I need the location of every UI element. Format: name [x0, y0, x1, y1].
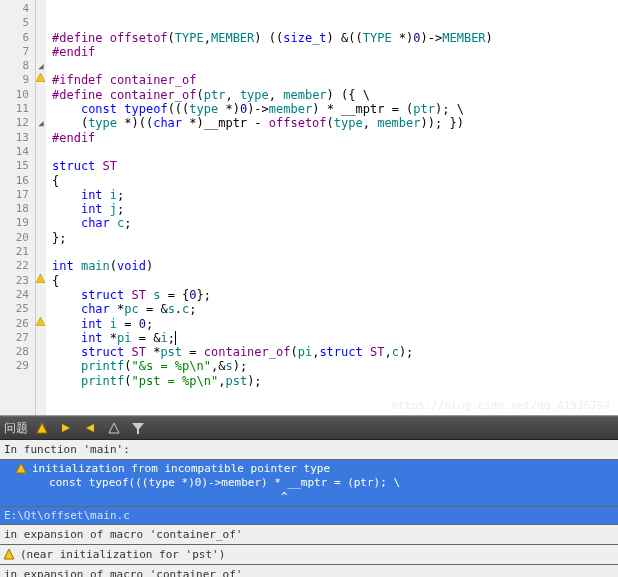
- code-line[interactable]: int i = 0;: [52, 317, 618, 331]
- blank-marker: [36, 188, 46, 202]
- blank-marker: [36, 302, 46, 316]
- code-line[interactable]: int i;: [52, 188, 618, 202]
- code-line[interactable]: #define offsetof(TYPE,MEMBER) ((size_t) …: [52, 31, 618, 45]
- line-number: 5: [0, 16, 29, 30]
- code-line[interactable]: {: [52, 274, 618, 288]
- line-number: 16: [0, 174, 29, 188]
- svg-marker-8: [16, 463, 26, 473]
- code-line[interactable]: char c;: [52, 216, 618, 230]
- blank-marker: [36, 245, 46, 259]
- line-number: 27: [0, 331, 29, 345]
- warning-marker-icon[interactable]: [36, 317, 46, 331]
- code-line[interactable]: printf("pst = %p\n",pst);: [52, 374, 618, 388]
- line-number-gutter: 4567891011121314151617181920212223242526…: [0, 0, 36, 415]
- code-line[interactable]: struct ST *pst = container_of(pi,struct …: [52, 345, 618, 359]
- line-number: 29: [0, 359, 29, 373]
- line-number: 18: [0, 202, 29, 216]
- code-line[interactable]: };: [52, 231, 618, 245]
- code-line[interactable]: int *pi = &i;: [52, 331, 618, 345]
- blank-marker: [36, 88, 46, 102]
- blank-marker: [36, 45, 46, 59]
- code-line[interactable]: #ifndef container_of: [52, 73, 618, 87]
- code-line[interactable]: (type *)((char *)__mptr - offsetof(type,…: [52, 116, 618, 130]
- code-line[interactable]: struct ST: [52, 159, 618, 173]
- problems-list[interactable]: In function 'main':initialization from i…: [0, 440, 618, 577]
- line-number: 21: [0, 245, 29, 259]
- code-line[interactable]: const typeof(((type *)0)->member) * __mp…: [52, 102, 618, 116]
- problem-message[interactable]: (near initialization for 'pst'): [0, 545, 618, 565]
- blank-marker: [36, 174, 46, 188]
- blank-marker: [36, 259, 46, 273]
- code-line[interactable]: char *pc = &s.c;: [52, 302, 618, 316]
- svg-marker-1: [36, 274, 45, 283]
- build-icon[interactable]: [34, 420, 50, 436]
- blank-marker: [36, 331, 46, 345]
- line-number: 14: [0, 145, 29, 159]
- blank-marker: [36, 159, 46, 173]
- problems-tab-label[interactable]: 问题: [4, 420, 30, 437]
- problems-panel: 问题 In function 'main':initialization fro…: [0, 416, 618, 577]
- code-editor[interactable]: 4567891011121314151617181920212223242526…: [0, 0, 618, 416]
- code-line[interactable]: #endif: [52, 45, 618, 59]
- problem-message[interactable]: In function 'main':: [0, 440, 618, 460]
- problem-message[interactable]: in expansion of macro 'container_of': [0, 525, 618, 545]
- blank-marker: [36, 345, 46, 359]
- code-content[interactable]: #define offsetof(TYPE,MEMBER) ((size_t) …: [46, 0, 618, 415]
- problem-message-selected[interactable]: initialization from incompatible pointer…: [0, 460, 618, 507]
- warning-icon: [4, 549, 16, 561]
- code-line[interactable]: {: [52, 174, 618, 188]
- blank-marker: [36, 131, 46, 145]
- line-number: 20: [0, 231, 29, 245]
- svg-marker-2: [36, 317, 45, 326]
- blank-marker: [36, 31, 46, 45]
- warning-marker-icon[interactable]: [36, 274, 46, 288]
- code-line[interactable]: struct ST s = {0};: [52, 288, 618, 302]
- line-number: 6: [0, 31, 29, 45]
- line-number: 19: [0, 216, 29, 230]
- line-number: 17: [0, 188, 29, 202]
- blank-marker: [36, 288, 46, 302]
- code-line[interactable]: [52, 388, 618, 402]
- problem-message[interactable]: in expansion of macro 'container_of': [0, 565, 618, 577]
- code-line[interactable]: [52, 145, 618, 159]
- fold-marker-icon[interactable]: ◢: [36, 59, 46, 73]
- line-number: 8: [0, 59, 29, 73]
- line-number: 10: [0, 88, 29, 102]
- line-number: 13: [0, 131, 29, 145]
- line-number: 23: [0, 274, 29, 288]
- code-line[interactable]: #endif: [52, 131, 618, 145]
- svg-marker-3: [37, 423, 47, 433]
- line-number: 4: [0, 2, 29, 16]
- blank-marker: [36, 16, 46, 30]
- line-number: 22: [0, 259, 29, 273]
- svg-marker-0: [36, 73, 45, 82]
- code-line[interactable]: #define container_of(ptr, type, member) …: [52, 88, 618, 102]
- code-line[interactable]: printf("&s = %p\n",&s);: [52, 359, 618, 373]
- code-line[interactable]: int main(void): [52, 259, 618, 273]
- problem-file-path[interactable]: E:\Qt\offset\main.c: [0, 507, 618, 525]
- line-number: 25: [0, 302, 29, 316]
- line-number: 15: [0, 159, 29, 173]
- svg-marker-9: [4, 549, 14, 559]
- blank-marker: [36, 202, 46, 216]
- code-line[interactable]: int j;: [52, 202, 618, 216]
- blank-marker: [36, 102, 46, 116]
- line-number: 24: [0, 288, 29, 302]
- line-number: 28: [0, 345, 29, 359]
- line-number: 7: [0, 45, 29, 59]
- line-number: 9: [0, 73, 29, 87]
- code-line[interactable]: [52, 59, 618, 73]
- blank-marker: [36, 145, 46, 159]
- blank-marker: [36, 2, 46, 16]
- blank-marker: [36, 216, 46, 230]
- text-cursor: [175, 331, 176, 345]
- line-number: 12: [0, 116, 29, 130]
- line-number: 26: [0, 317, 29, 331]
- warning-marker-icon[interactable]: [36, 73, 46, 87]
- code-line[interactable]: [52, 245, 618, 259]
- blank-marker: [36, 231, 46, 245]
- blank-marker: [36, 359, 46, 373]
- marker-gutter: ◢◢: [36, 0, 46, 415]
- line-number: 11: [0, 102, 29, 116]
- fold-marker-icon[interactable]: ◢: [36, 116, 46, 130]
